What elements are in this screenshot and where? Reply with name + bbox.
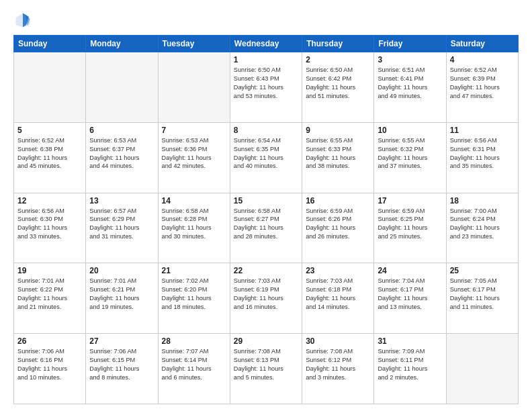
calendar-cell: 7Sunrise: 6:53 AM Sunset: 6:36 PM Daylig… — [158, 122, 230, 193]
calendar-cell: 27Sunrise: 7:06 AM Sunset: 6:15 PM Dayli… — [86, 334, 158, 404]
day-number: 27 — [89, 336, 154, 346]
calendar-cell: 20Sunrise: 7:01 AM Sunset: 6:21 PM Dayli… — [86, 263, 158, 334]
day-info: Sunrise: 6:59 AM Sunset: 6:26 PM Dayligh… — [306, 207, 370, 242]
calendar-cell: 12Sunrise: 6:56 AM Sunset: 6:30 PM Dayli… — [14, 193, 86, 263]
day-info: Sunrise: 7:00 AM Sunset: 6:24 PM Dayligh… — [450, 207, 515, 242]
calendar-week-row: 19Sunrise: 7:01 AM Sunset: 6:22 PM Dayli… — [14, 263, 519, 334]
weekday-header: Tuesday — [158, 36, 230, 52]
day-info: Sunrise: 6:55 AM Sunset: 6:33 PM Dayligh… — [306, 136, 370, 171]
day-info: Sunrise: 6:50 AM Sunset: 6:42 PM Dayligh… — [306, 66, 370, 101]
day-info: Sunrise: 6:53 AM Sunset: 6:37 PM Dayligh… — [89, 136, 154, 171]
weekday-header: Saturday — [446, 36, 518, 52]
day-number: 3 — [378, 55, 442, 64]
calendar-cell: 28Sunrise: 7:07 AM Sunset: 6:14 PM Dayli… — [158, 334, 230, 404]
day-number: 5 — [17, 126, 82, 135]
day-number: 16 — [306, 196, 370, 205]
day-number: 12 — [17, 196, 82, 205]
day-info: Sunrise: 7:09 AM Sunset: 6:11 PM Dayligh… — [378, 347, 442, 382]
day-number: 30 — [306, 336, 370, 346]
logo — [13, 11, 35, 30]
calendar-cell: 22Sunrise: 7:03 AM Sunset: 6:19 PM Dayli… — [230, 263, 302, 334]
calendar-cell: 24Sunrise: 7:04 AM Sunset: 6:17 PM Dayli… — [374, 263, 446, 334]
day-info: Sunrise: 6:56 AM Sunset: 6:30 PM Dayligh… — [17, 207, 82, 242]
calendar-cell — [14, 52, 86, 123]
day-number: 17 — [378, 196, 442, 205]
calendar-cell: 15Sunrise: 6:58 AM Sunset: 6:27 PM Dayli… — [230, 193, 302, 263]
calendar-week-row: 1Sunrise: 6:50 AM Sunset: 6:43 PM Daylig… — [14, 52, 519, 123]
calendar-cell: 30Sunrise: 7:08 AM Sunset: 6:12 PM Dayli… — [302, 334, 374, 404]
day-info: Sunrise: 7:08 AM Sunset: 6:13 PM Dayligh… — [234, 347, 298, 382]
calendar-cell — [446, 334, 518, 404]
day-info: Sunrise: 7:04 AM Sunset: 6:17 PM Dayligh… — [378, 277, 442, 312]
day-info: Sunrise: 7:07 AM Sunset: 6:14 PM Dayligh… — [162, 347, 226, 382]
day-info: Sunrise: 7:06 AM Sunset: 6:16 PM Dayligh… — [17, 347, 82, 382]
day-number: 8 — [234, 126, 298, 135]
day-info: Sunrise: 6:51 AM Sunset: 6:41 PM Dayligh… — [378, 66, 442, 101]
calendar-week-row: 5Sunrise: 6:52 AM Sunset: 6:38 PM Daylig… — [14, 122, 519, 193]
day-number: 19 — [17, 266, 82, 275]
calendar-cell: 16Sunrise: 6:59 AM Sunset: 6:26 PM Dayli… — [302, 193, 374, 263]
day-number: 20 — [89, 266, 154, 275]
day-number: 26 — [17, 336, 82, 346]
day-number: 1 — [234, 55, 298, 64]
calendar-cell: 6Sunrise: 6:53 AM Sunset: 6:37 PM Daylig… — [86, 122, 158, 193]
day-info: Sunrise: 7:02 AM Sunset: 6:20 PM Dayligh… — [162, 277, 226, 312]
day-info: Sunrise: 6:53 AM Sunset: 6:36 PM Dayligh… — [162, 136, 226, 171]
day-info: Sunrise: 7:03 AM Sunset: 6:19 PM Dayligh… — [234, 277, 298, 312]
calendar-cell: 25Sunrise: 7:05 AM Sunset: 6:17 PM Dayli… — [446, 263, 518, 334]
day-number: 9 — [306, 126, 370, 135]
calendar-cell: 31Sunrise: 7:09 AM Sunset: 6:11 PM Dayli… — [374, 334, 446, 404]
calendar-cell: 13Sunrise: 6:57 AM Sunset: 6:29 PM Dayli… — [86, 193, 158, 263]
day-number: 22 — [234, 266, 298, 275]
calendar-cell — [86, 52, 158, 123]
day-number: 4 — [450, 55, 515, 64]
calendar-cell: 10Sunrise: 6:55 AM Sunset: 6:32 PM Dayli… — [374, 122, 446, 193]
day-info: Sunrise: 7:03 AM Sunset: 6:18 PM Dayligh… — [306, 277, 370, 312]
page: SundayMondayTuesdayWednesdayThursdayFrid… — [0, 0, 532, 411]
day-info: Sunrise: 6:56 AM Sunset: 6:31 PM Dayligh… — [450, 136, 515, 171]
day-info: Sunrise: 6:59 AM Sunset: 6:25 PM Dayligh… — [378, 207, 442, 242]
calendar-cell: 11Sunrise: 6:56 AM Sunset: 6:31 PM Dayli… — [446, 122, 518, 193]
day-info: Sunrise: 7:05 AM Sunset: 6:17 PM Dayligh… — [450, 277, 515, 312]
calendar-cell: 9Sunrise: 6:55 AM Sunset: 6:33 PM Daylig… — [302, 122, 374, 193]
day-number: 31 — [378, 336, 442, 346]
day-number: 28 — [162, 336, 226, 346]
weekday-header: Thursday — [302, 36, 374, 52]
day-number: 15 — [234, 196, 298, 205]
calendar-week-row: 26Sunrise: 7:06 AM Sunset: 6:16 PM Dayli… — [14, 334, 519, 404]
day-info: Sunrise: 6:55 AM Sunset: 6:32 PM Dayligh… — [378, 136, 442, 171]
day-info: Sunrise: 6:58 AM Sunset: 6:28 PM Dayligh… — [162, 207, 226, 242]
calendar-cell: 14Sunrise: 6:58 AM Sunset: 6:28 PM Dayli… — [158, 193, 230, 263]
calendar-cell: 19Sunrise: 7:01 AM Sunset: 6:22 PM Dayli… — [14, 263, 86, 334]
calendar-cell: 23Sunrise: 7:03 AM Sunset: 6:18 PM Dayli… — [302, 263, 374, 334]
logo-icon — [13, 11, 32, 30]
day-info: Sunrise: 7:01 AM Sunset: 6:21 PM Dayligh… — [89, 277, 154, 312]
day-number: 7 — [162, 126, 226, 135]
calendar-cell: 21Sunrise: 7:02 AM Sunset: 6:20 PM Dayli… — [158, 263, 230, 334]
day-number: 14 — [162, 196, 226, 205]
day-number: 18 — [450, 196, 515, 205]
day-info: Sunrise: 6:54 AM Sunset: 6:35 PM Dayligh… — [234, 136, 298, 171]
day-number: 2 — [306, 55, 370, 64]
calendar-cell: 29Sunrise: 7:08 AM Sunset: 6:13 PM Dayli… — [230, 334, 302, 404]
day-number: 23 — [306, 266, 370, 275]
calendar-cell: 8Sunrise: 6:54 AM Sunset: 6:35 PM Daylig… — [230, 122, 302, 193]
calendar-cell: 1Sunrise: 6:50 AM Sunset: 6:43 PM Daylig… — [230, 52, 302, 123]
calendar-cell: 17Sunrise: 6:59 AM Sunset: 6:25 PM Dayli… — [374, 193, 446, 263]
weekday-header: Monday — [86, 36, 158, 52]
calendar-cell — [158, 52, 230, 123]
day-info: Sunrise: 6:58 AM Sunset: 6:27 PM Dayligh… — [234, 207, 298, 242]
calendar-week-row: 12Sunrise: 6:56 AM Sunset: 6:30 PM Dayli… — [14, 193, 519, 263]
day-info: Sunrise: 7:06 AM Sunset: 6:15 PM Dayligh… — [89, 347, 154, 382]
calendar-cell: 3Sunrise: 6:51 AM Sunset: 6:41 PM Daylig… — [374, 52, 446, 123]
day-number: 6 — [89, 126, 154, 135]
weekday-header: Sunday — [14, 36, 86, 52]
day-info: Sunrise: 6:50 AM Sunset: 6:43 PM Dayligh… — [234, 66, 298, 101]
day-number: 10 — [378, 126, 442, 135]
day-number: 11 — [450, 126, 515, 135]
day-info: Sunrise: 7:01 AM Sunset: 6:22 PM Dayligh… — [17, 277, 82, 312]
calendar-cell: 2Sunrise: 6:50 AM Sunset: 6:42 PM Daylig… — [302, 52, 374, 123]
day-info: Sunrise: 6:52 AM Sunset: 6:38 PM Dayligh… — [17, 136, 82, 171]
day-number: 13 — [89, 196, 154, 205]
calendar-cell: 18Sunrise: 7:00 AM Sunset: 6:24 PM Dayli… — [446, 193, 518, 263]
